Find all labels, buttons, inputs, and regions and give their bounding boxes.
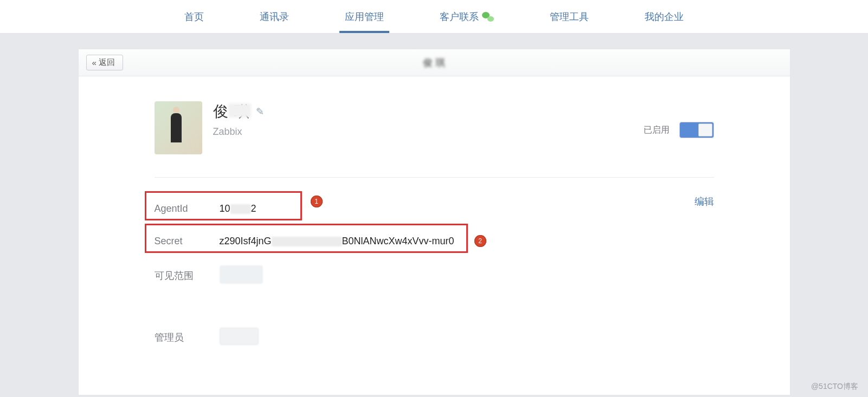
app-header: 俊 琪 ✎ Zabbix 已启用 xyxy=(155,101,714,178)
app-name: 俊 琪 xyxy=(213,101,251,122)
annotation-badge-1: 1 xyxy=(311,196,323,207)
agentid-label: AgentId xyxy=(155,203,220,214)
back-label: 返回 xyxy=(99,57,115,68)
secret-value: z290Isf4jnGB0NlANwcXw4xVvv-mur0 xyxy=(220,236,454,247)
visible-scope-value xyxy=(220,265,263,287)
page-body: « 返回 俊 琪 俊 琪 ✎ Zabbix xyxy=(0,34,868,395)
app-logo xyxy=(155,101,202,154)
nav-tools[interactable]: 管理工具 xyxy=(544,0,594,33)
row-visible-scope: 可见范围 xyxy=(155,261,714,290)
info-rows: 编辑 AgentId 102 1 Secret z290Isf4jnGB0NlA… xyxy=(155,178,714,352)
panel: « 返回 俊 琪 俊 琪 ✎ Zabbix xyxy=(78,49,790,395)
nav-label: 我的企业 xyxy=(645,10,684,23)
nav-customer[interactable]: 客户联系 xyxy=(434,0,499,33)
top-nav: 首页 通讯录 应用管理 客户联系 管理工具 我的企业 xyxy=(0,0,868,34)
panel-header: « 返回 俊 琪 xyxy=(79,49,790,76)
visible-scope-label: 可见范围 xyxy=(155,269,220,282)
nav-contacts[interactable]: 通讯录 xyxy=(254,0,294,33)
nav-label: 首页 xyxy=(184,10,204,23)
chevron-left-icon: « xyxy=(92,58,97,67)
wechat-icon xyxy=(482,12,494,22)
nav-home[interactable]: 首页 xyxy=(179,0,209,33)
agentid-value: 102 xyxy=(220,203,256,214)
enable-block: 已启用 xyxy=(644,122,714,138)
annotation-badge-2: 2 xyxy=(474,235,486,247)
row-agentid: AgentId 102 1 xyxy=(155,194,714,223)
secret-label: Secret xyxy=(155,236,220,247)
enabled-toggle[interactable] xyxy=(679,122,714,138)
back-button[interactable]: « 返回 xyxy=(86,55,123,70)
admin-label: 管理员 xyxy=(155,331,220,344)
nav-apps[interactable]: 应用管理 xyxy=(339,0,389,33)
row-secret: Secret z290Isf4jnGB0NlANwcXw4xVvv-mur0 2 xyxy=(155,226,714,256)
app-subtitle: Zabbix xyxy=(213,126,265,138)
enabled-label: 已启用 xyxy=(644,125,670,136)
nav-label: 管理工具 xyxy=(550,10,589,23)
panel-title: 俊 琪 xyxy=(411,56,458,70)
row-admin: 管理员 xyxy=(155,323,714,352)
panel-content: 俊 琪 ✎ Zabbix 已启用 编辑 AgentId xyxy=(79,76,790,352)
nav-label: 应用管理 xyxy=(345,10,384,23)
nav-company[interactable]: 我的企业 xyxy=(639,0,689,33)
edit-name-icon[interactable]: ✎ xyxy=(256,106,264,118)
admin-value xyxy=(220,328,259,348)
watermark: @51CTO博客 xyxy=(811,382,858,392)
nav-label: 通讯录 xyxy=(260,10,289,23)
nav-label: 客户联系 xyxy=(440,10,479,23)
